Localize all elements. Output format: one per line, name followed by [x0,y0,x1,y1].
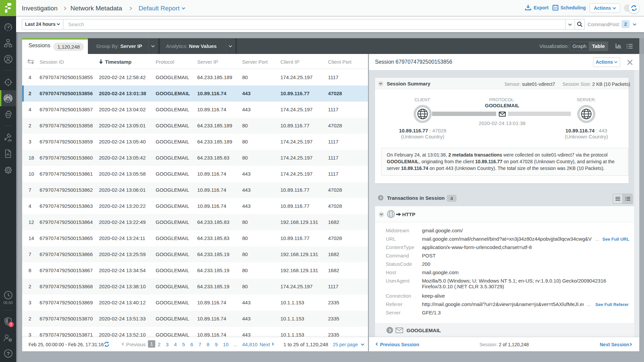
svg-text:?: ? [6,351,9,356]
